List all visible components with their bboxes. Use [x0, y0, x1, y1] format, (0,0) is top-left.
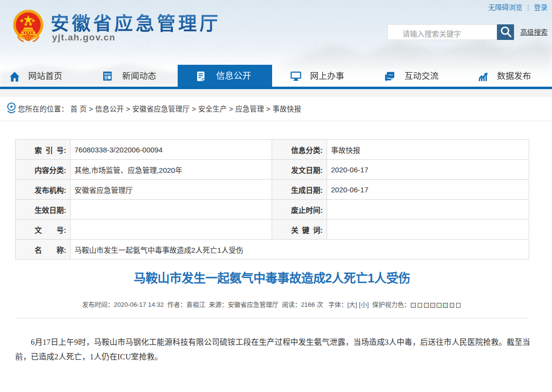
svg-text:NEW: NEW [104, 73, 111, 75]
